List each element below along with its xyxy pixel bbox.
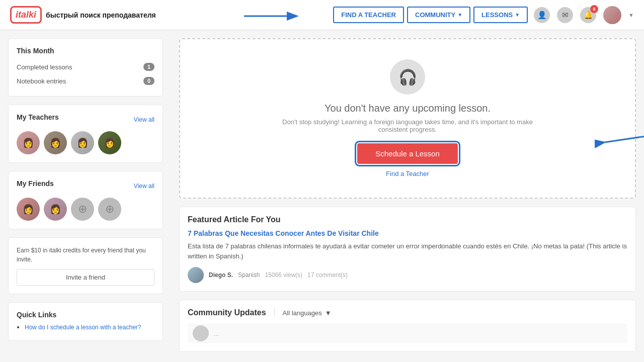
notebook-entries-row: Notebook entries 0: [17, 74, 154, 88]
notification-badge: 6: [590, 5, 598, 13]
community-updates-card: Community Updates All languages ▼ ...: [179, 300, 636, 352]
quick-link-1[interactable]: How do I schedule a lesson with a teache…: [25, 324, 141, 331]
teacher-avatar-3[interactable]: 👩: [71, 131, 94, 154]
teacher-avatar-4[interactable]: 👩: [98, 131, 121, 154]
lessons-chevron-icon: ▼: [515, 12, 520, 18]
this-month-heading: This Month: [17, 47, 154, 55]
view-all-teachers-link[interactable]: View all: [134, 116, 154, 123]
notebook-entries-label: Notebook entries: [17, 77, 66, 85]
completed-lessons-label: Completed lessons: [17, 63, 72, 71]
avatar-chevron-icon[interactable]: ▼: [628, 12, 634, 18]
community-post-preview: ...: [214, 330, 219, 337]
community-button[interactable]: COMMUNITY ▼: [407, 7, 470, 23]
header-nav: FIND A TEACHER COMMUNITY ▼ LESSONS ▼: [333, 7, 528, 23]
community-filter-dropdown[interactable]: All languages ▼: [275, 309, 332, 317]
page-wrapper: italki быстрый поиск преподавателя FIND …: [0, 0, 644, 362]
quick-links-list: How do I schedule a lesson with a teache…: [17, 323, 154, 332]
schedule-lesson-button[interactable]: Schedule a Lesson: [357, 143, 458, 164]
completed-lessons-row: Completed lessons 1: [17, 60, 154, 74]
friend-avatar-2[interactable]: 👩: [44, 198, 67, 221]
notifications-icon[interactable]: 🔔 6: [580, 7, 596, 23]
messages-icon[interactable]: ✉: [557, 7, 573, 23]
lessons-button[interactable]: LESSONS ▼: [473, 7, 528, 23]
article-author-name: Diego S.: [209, 272, 233, 279]
community-filter-chevron-icon: ▼: [325, 309, 332, 317]
quick-link-item-1: How do I schedule a lesson with a teache…: [25, 323, 154, 332]
teacher-avatars: 👩 👩 👩 👩: [17, 131, 154, 154]
teacher-avatar-1[interactable]: 👩: [17, 131, 40, 154]
community-updates-title: Community Updates: [188, 308, 275, 317]
find-teacher-button[interactable]: FIND A TEACHER: [333, 7, 404, 23]
featured-article-card: Featured Article For You 7 Palabras Que …: [179, 207, 636, 292]
invite-card: Earn $10 in italki credits for every fri…: [8, 237, 163, 294]
community-chevron-icon: ▼: [457, 12, 462, 18]
arrow-to-buttons: [242, 6, 302, 26]
my-teachers-heading: My Teachers: [17, 113, 59, 121]
friend-avatar-4[interactable]: ⊕: [98, 198, 121, 221]
article-meta: Diego S. Spanish 15066 view(s) 17 commen…: [188, 267, 627, 283]
article-title-link[interactable]: 7 Palabras Que Necesitas Conocer Antes D…: [188, 229, 627, 237]
friend-avatars: 👩 👩 ⊕ ⊕: [17, 198, 154, 221]
no-lesson-title: You don't have any upcoming lesson.: [325, 103, 491, 114]
find-teacher-link[interactable]: Find a Teacher: [386, 170, 429, 177]
main-layout: This Month Completed lessons 1 Notebook …: [0, 30, 644, 362]
header-tagline: быстрый поиск преподавателя: [46, 11, 156, 19]
notebook-entries-count: 0: [143, 77, 154, 85]
quick-links-heading: Quick Links: [17, 311, 154, 319]
profile-icon[interactable]: 👤: [534, 7, 550, 23]
article-views: 15066 view(s): [265, 272, 302, 279]
community-updates-placeholder: ...: [188, 323, 627, 343]
header: italki быстрый поиск преподавателя FIND …: [0, 0, 644, 30]
community-post-avatar: [193, 325, 209, 341]
article-author-avatar: [188, 267, 204, 283]
my-friends-card: My Friends View all 👩 👩 ⊕ ⊕: [8, 171, 163, 229]
article-language: Spanish: [238, 272, 260, 279]
completed-lessons-count: 1: [143, 63, 154, 71]
my-teachers-card: My Teachers View all 👩 👩 👩 👩: [8, 105, 163, 163]
earn-text: Earn $10 in italki credits for every fri…: [17, 246, 154, 264]
schedule-arrow: [595, 117, 644, 167]
lesson-empty-icon: 🎧: [390, 59, 425, 95]
logo: italki: [10, 6, 42, 24]
my-friends-heading: My Friends: [17, 179, 54, 188]
logo-area: italki быстрый поиск преподавателя: [10, 6, 156, 24]
header-icons: 👤 ✉ 🔔 6 ▼: [534, 6, 634, 24]
featured-article-heading: Featured Article For You: [188, 215, 627, 224]
community-filter-label: All languages: [283, 309, 322, 317]
no-lesson-subtitle: Don't stop studying! Learning a foreign …: [282, 118, 533, 133]
article-comments: 17 comment(s): [307, 272, 348, 279]
friend-avatar-1[interactable]: 👩: [17, 198, 40, 221]
view-all-friends-link[interactable]: View all: [134, 183, 154, 190]
article-excerpt: Esta lista de 7 palabras chilenas inform…: [188, 241, 627, 261]
invite-friend-button[interactable]: Invite a friend: [17, 269, 154, 286]
friends-header: My Friends View all: [17, 179, 154, 193]
sidebar: This Month Completed lessons 1 Notebook …: [0, 30, 171, 362]
quick-links-card: Quick Links How do I schedule a lesson w…: [8, 302, 163, 341]
content-area: обсуждения, статьи, форумы,языковой обме…: [171, 30, 644, 362]
svg-line-3: [605, 132, 644, 142]
friend-avatar-3[interactable]: ⊕: [71, 198, 94, 221]
community-updates-header: Community Updates All languages ▼: [188, 308, 627, 317]
teachers-header: My Teachers View all: [17, 113, 154, 126]
teacher-avatar-2[interactable]: 👩: [44, 131, 67, 154]
user-avatar[interactable]: [603, 6, 621, 24]
this-month-card: This Month Completed lessons 1 Notebook …: [8, 38, 163, 97]
lesson-card: обсуждения, статьи, форумы,языковой обме…: [179, 38, 636, 199]
